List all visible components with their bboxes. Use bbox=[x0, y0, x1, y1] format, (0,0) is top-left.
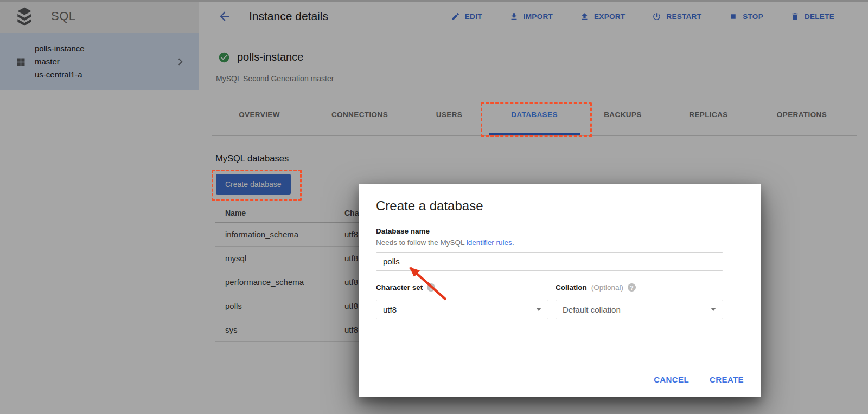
collation-value: Default collation bbox=[563, 305, 621, 314]
helper-period: . bbox=[512, 238, 514, 247]
create-database-dialog: Create a database Database name Needs to… bbox=[359, 184, 761, 397]
dropdown-caret-icon bbox=[536, 308, 541, 311]
help-icon[interactable]: ? bbox=[628, 283, 636, 292]
help-icon[interactable]: ? bbox=[427, 283, 435, 292]
helper-text: Needs to follow the MySQL bbox=[376, 238, 467, 247]
dropdown-caret-icon bbox=[711, 308, 716, 311]
character-set-label-row: Character set ? bbox=[376, 283, 435, 292]
identifier-rules-link[interactable]: identifier rules bbox=[467, 238, 512, 247]
character-set-value: utf8 bbox=[383, 305, 397, 314]
collation-select[interactable]: Default collation bbox=[556, 300, 723, 319]
database-name-input[interactable] bbox=[376, 252, 723, 271]
cloud-sql-console: SQL Instance details EDIT IMPORT EXPORT bbox=[0, 0, 868, 414]
collation-label-row: Collation (Optional) ? bbox=[556, 283, 636, 292]
dialog-footer: CANCEL CREATE bbox=[654, 375, 744, 384]
character-set-label: Character set bbox=[376, 283, 423, 292]
database-name-helper: Needs to follow the MySQL identifier rul… bbox=[376, 238, 514, 247]
character-set-select[interactable]: utf8 bbox=[376, 300, 548, 319]
collation-label: Collation bbox=[556, 283, 587, 292]
create-button[interactable]: CREATE bbox=[710, 375, 744, 384]
dialog-title: Create a database bbox=[376, 198, 483, 214]
collation-optional-label: (Optional) bbox=[591, 283, 623, 292]
database-name-label: Database name bbox=[376, 227, 430, 235]
cancel-button[interactable]: CANCEL bbox=[654, 375, 689, 384]
